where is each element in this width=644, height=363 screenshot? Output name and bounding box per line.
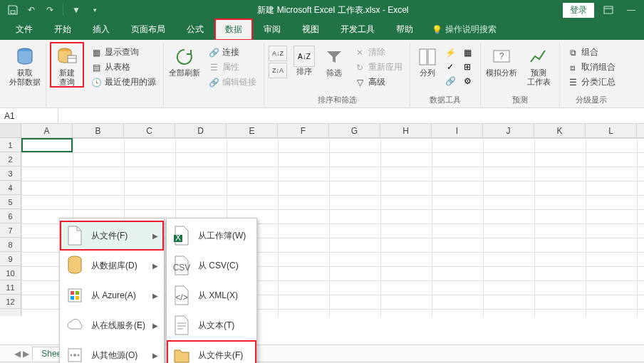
menu-item[interactable]: </>从 XML(X) — [167, 280, 256, 310]
tab-pagelayout[interactable]: 页面布局 — [121, 19, 175, 40]
data-validation-icon[interactable]: ✓ — [445, 61, 456, 73]
text-to-columns-button[interactable]: 分列 — [415, 43, 440, 78]
forecast-sheet-button[interactable]: 预测 工作表 — [522, 43, 555, 87]
menu-item[interactable]: 从文件夹(F) — [167, 340, 256, 363]
tab-home[interactable]: 开始 — [44, 19, 81, 40]
tab-insert[interactable]: 插入 — [83, 19, 120, 40]
submenu-arrow-icon: ▶ — [152, 322, 158, 330]
group-button[interactable]: ⧉组合 — [564, 46, 618, 59]
consolidate-icon[interactable]: ⊞ — [462, 61, 473, 73]
relationships-icon[interactable]: 🔗 — [445, 75, 456, 87]
svg-point-18 — [73, 354, 76, 357]
col-header[interactable]: J — [483, 124, 534, 137]
submenu-arrow-icon: ▶ — [152, 352, 158, 359]
from-table-button[interactable]: ▤从表格 — [88, 60, 159, 74]
lightbulb-icon: 💡 — [432, 25, 442, 35]
get-external-data-button[interactable]: 获取 外部数据 — [9, 43, 41, 87]
svg-rect-0 — [11, 11, 15, 14]
menu-item[interactable]: X从工作簿(W) — [167, 221, 256, 251]
menu-item[interactable]: 从在线服务(E)▶ — [60, 310, 164, 340]
svg-point-19 — [71, 354, 73, 357]
menu-item[interactable]: 从文本(T) — [167, 310, 256, 340]
advanced-filter-button[interactable]: ▽高级 — [351, 75, 405, 89]
save-icon[interactable] — [4, 2, 21, 18]
row-header[interactable]: 5 — [0, 195, 21, 209]
redo-icon[interactable]: ↷ — [41, 2, 58, 18]
row-header[interactable]: 3 — [0, 167, 21, 181]
row-header[interactable]: 1 — [0, 138, 21, 152]
sheet-nav-arrows[interactable]: ◀ ▶ — [14, 349, 29, 359]
name-box[interactable]: A1 — [0, 109, 58, 123]
folder-icon — [171, 344, 192, 363]
col-header[interactable]: D — [175, 124, 227, 137]
filter-icon[interactable]: ▼ — [68, 2, 85, 18]
connections-button[interactable]: 🔗连接 — [205, 46, 259, 59]
menu-item[interactable]: 从数据库(D)▶ — [60, 251, 164, 280]
advanced-icon: ▽ — [354, 77, 365, 88]
tab-help[interactable]: 帮助 — [386, 19, 423, 40]
sort-button[interactable]: A↓Z 排序 — [291, 43, 317, 76]
svg-rect-16 — [76, 296, 79, 300]
new-query-menu: 从文件(F)▶从数据库(D)▶从 Azure(A)▶从在线服务(E)▶从其他源(… — [59, 218, 165, 363]
tab-review[interactable]: 审阅 — [254, 19, 291, 40]
menu-item[interactable]: 从其他源(O)▶ — [60, 340, 164, 363]
col-header[interactable]: I — [432, 124, 483, 137]
title-bar: ↶ ↷ ▼ ▾ 新建 Microsoft Excel 工作表.xlsx - Ex… — [0, 0, 644, 20]
grid-icon: ▤ — [90, 62, 102, 73]
subtotal-button[interactable]: ☰分类汇总 — [564, 75, 618, 89]
menu-item[interactable]: 从 Azure(A)▶ — [60, 280, 164, 310]
sort-za-button[interactable]: Z↓A — [269, 63, 287, 78]
col-header[interactable]: L — [586, 124, 637, 137]
login-button[interactable]: 登录 — [563, 3, 594, 18]
tab-formulas[interactable]: 公式 — [177, 19, 214, 40]
tab-view[interactable]: 视图 — [292, 19, 329, 40]
row-header[interactable]: 11 — [0, 280, 21, 295]
recent-sources-button[interactable]: 🕓最近使用的源 — [88, 75, 159, 89]
new-query-button[interactable]: 新建 查询 — [51, 43, 83, 87]
show-queries-button[interactable]: ▦显示查询 — [88, 46, 159, 59]
submenu-arrow-icon: ▶ — [152, 292, 158, 300]
col-header[interactable]: K — [534, 124, 586, 137]
col-header[interactable]: H — [380, 124, 432, 137]
select-all-corner[interactable] — [0, 124, 21, 137]
col-header[interactable]: E — [227, 124, 278, 137]
tell-me-search[interactable]: 💡 操作说明搜索 — [425, 19, 504, 40]
filter-button[interactable]: 筛选 — [321, 43, 347, 78]
col-header[interactable]: C — [124, 124, 175, 137]
what-if-button[interactable]: ? 模拟分析 — [485, 43, 518, 78]
flash-fill-icon[interactable]: ⚡ — [445, 47, 456, 58]
active-cell-a1[interactable] — [21, 138, 73, 152]
reapply-filter-button: ↻重新应用 — [351, 60, 405, 74]
remove-duplicates-icon[interactable]: ▦ — [462, 47, 473, 58]
row-header[interactable]: 2 — [0, 152, 21, 167]
ribbon-options-icon[interactable] — [600, 2, 617, 18]
svg-text:X: X — [175, 233, 181, 243]
ungroup-button[interactable]: ⧈取消组合 — [564, 60, 618, 74]
sort-az-button[interactable]: A↓Z — [269, 46, 287, 61]
row-header[interactable]: 8 — [0, 238, 21, 252]
tab-data[interactable]: 数据 — [215, 19, 252, 40]
formula-bar-row: A1 — [0, 108, 644, 124]
minimize-icon[interactable]: — — [623, 2, 640, 18]
col-header[interactable]: F — [278, 124, 329, 137]
row-header[interactable]: 4 — [0, 181, 21, 195]
menu-item[interactable]: 从文件(F)▶ — [60, 221, 164, 251]
recent-icon: 🕓 — [90, 77, 102, 88]
row-header[interactable]: 9 — [0, 252, 21, 266]
col-header[interactable]: G — [329, 124, 380, 137]
qat-customize-icon[interactable]: ▾ — [86, 2, 103, 18]
manage-model-icon[interactable]: ⚙ — [462, 75, 473, 87]
tab-developer[interactable]: 开发工具 — [331, 19, 385, 40]
col-header[interactable]: B — [73, 124, 124, 137]
xml-icon: </> — [171, 285, 192, 306]
tab-file[interactable]: 文件 — [6, 19, 43, 40]
row-header[interactable]: 6 — [0, 209, 21, 223]
col-header[interactable]: A — [21, 124, 73, 137]
refresh-all-button[interactable]: 全部刷新 — [168, 43, 201, 78]
menu-item[interactable]: CSV从 CSV(C) — [167, 251, 256, 280]
row-header[interactable]: 10 — [0, 266, 21, 280]
row-header[interactable]: 12 — [0, 295, 21, 309]
row-header[interactable]: 7 — [0, 223, 21, 238]
undo-icon[interactable]: ↶ — [23, 2, 40, 18]
svg-rect-8 — [428, 49, 435, 65]
